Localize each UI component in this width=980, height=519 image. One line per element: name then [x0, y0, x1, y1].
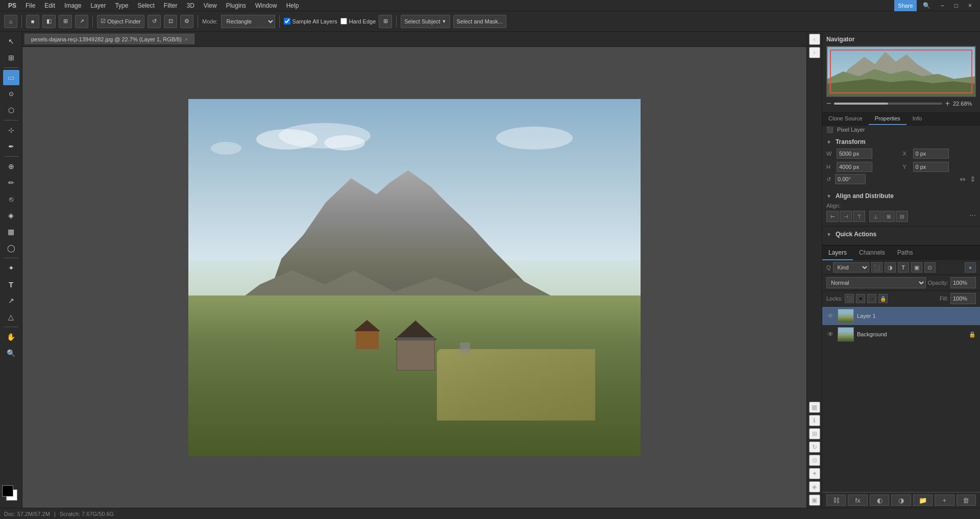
align-left-button[interactable]: ⊢	[826, 211, 839, 222]
document-tab[interactable]: pexels-dajana-reçi-13949282.jpg @ 22.7% …	[24, 34, 194, 44]
menu-3d[interactable]: 3D	[182, 1, 198, 10]
y-input[interactable]	[913, 162, 949, 172]
dodge-button[interactable]: ◯	[3, 240, 19, 256]
search-icon[interactable]: 🔍	[919, 1, 935, 10]
new-layer-button[interactable]: +	[935, 495, 954, 506]
healing-button[interactable]: ⊕	[3, 159, 19, 174]
menu-help[interactable]: Help	[282, 1, 303, 10]
transform-header[interactable]: ▼ Transform	[826, 138, 976, 145]
select-mask-button[interactable]: Select and Mask...	[453, 15, 507, 28]
flip-vertical-button[interactable]: ⇕	[970, 175, 976, 183]
clone-source-tab[interactable]: Clone Source	[822, 113, 869, 125]
info-button[interactable]: ℹ	[809, 415, 820, 426]
menu-view[interactable]: View	[200, 1, 221, 10]
layer-1-visibility[interactable]: 👁	[826, 312, 835, 319]
maximize-button[interactable]: □	[950, 1, 962, 10]
delete-layer-button[interactable]: 🗑	[957, 495, 976, 506]
foreground-color-swatch[interactable]	[2, 485, 13, 497]
new-doc-button[interactable]: ■	[26, 15, 39, 28]
lasso-tool-button[interactable]: ⊙	[3, 86, 19, 102]
adjust-button[interactable]: ✦	[809, 468, 820, 479]
menu-select[interactable]: Select	[133, 1, 158, 10]
warp-button[interactable]: ⊙	[809, 455, 820, 466]
menu-type[interactable]: Type	[111, 1, 132, 10]
menu-filter[interactable]: Filter	[160, 1, 182, 10]
sample-all-layers-checkbox[interactable]: Sample All Layers	[284, 18, 337, 24]
align-header[interactable]: ▼ Align and Distribute	[826, 192, 976, 200]
transform-mini-button[interactable]: ⊞	[809, 428, 820, 439]
opacity-input[interactable]	[950, 277, 976, 288]
fill-input[interactable]	[950, 293, 976, 304]
type-tool-button[interactable]: T	[3, 277, 19, 292]
menu-ps[interactable]: PS	[4, 1, 20, 10]
angle-input[interactable]	[835, 174, 866, 184]
background-layer-item[interactable]: 👁 Background 🔒	[822, 325, 980, 343]
share-button[interactable]: Share	[894, 0, 916, 12]
minimize-button[interactable]: −	[937, 1, 948, 10]
crop-tool-button[interactable]: ⊹	[3, 122, 19, 138]
blend-mode-select[interactable]: Normal Dissolve Multiply Screen Overlay	[826, 277, 926, 288]
quick-select-button[interactable]: ⬡	[3, 103, 19, 118]
canvas-image[interactable]	[188, 99, 641, 456]
lock-pixels-button[interactable]: ⬛	[845, 294, 854, 303]
settings-button[interactable]: ⚙	[180, 15, 193, 28]
eraser-button[interactable]: ◈	[3, 208, 19, 223]
menu-image[interactable]: Image	[60, 1, 85, 10]
filter-toggle-button[interactable]: ●	[965, 262, 976, 273]
zoom-slider[interactable]	[834, 103, 942, 105]
brush-button[interactable]: ✏	[3, 175, 19, 190]
layers-tab[interactable]: Layers	[822, 246, 853, 260]
mode-select[interactable]: Rectangle Ellipse Single Row Single Colu…	[221, 15, 275, 28]
menu-layer[interactable]: Layer	[86, 1, 110, 10]
collapse-left-button[interactable]: ‹	[809, 34, 820, 45]
lock-artboard-button[interactable]: →	[867, 294, 876, 303]
lock-all-button[interactable]: 🔒	[878, 294, 888, 303]
filter-smart-button[interactable]: ⊙	[924, 262, 936, 273]
align-center-h-button[interactable]: ⊣	[840, 211, 852, 222]
layer-mini-button[interactable]: ▣	[809, 495, 820, 506]
artboard-tool-button[interactable]: ⊞	[3, 50, 19, 65]
add-effect-button[interactable]: fx	[848, 495, 867, 506]
marquee-tool-button[interactable]: ▭	[3, 70, 19, 85]
layer-1-item[interactable]: 👁 Layer 1	[822, 307, 980, 325]
quick-actions-header[interactable]: ▼ Quick Actions	[826, 231, 976, 238]
shape-button[interactable]: △	[3, 309, 19, 325]
home-button[interactable]: ⌂	[4, 15, 17, 28]
align-bottom-button[interactable]: ⊟	[896, 211, 908, 222]
tab-close-button[interactable]: ×	[185, 37, 188, 42]
pen-tool-button[interactable]: ✦	[3, 260, 19, 276]
filter-type-button[interactable]: T	[898, 262, 909, 273]
flip-horizontal-button[interactable]: ⇔	[960, 175, 966, 183]
refresh-button[interactable]: ↺	[148, 15, 161, 28]
menu-window[interactable]: Window	[251, 1, 281, 10]
zoom-tool-button[interactable]: 🔍	[3, 345, 19, 361]
zoom-out-button[interactable]: −	[826, 99, 831, 108]
filter-adjust-button[interactable]: ◑	[885, 262, 896, 273]
align-top-button[interactable]: ⊥	[869, 211, 881, 222]
filter-shape-button[interactable]: ▣	[911, 262, 922, 273]
add-group-button[interactable]: 📁	[913, 495, 933, 506]
content-aware-button[interactable]: ◈	[809, 481, 820, 492]
align-center-v-button[interactable]: ⊞	[883, 211, 895, 222]
x-input[interactable]	[913, 149, 949, 159]
menu-edit[interactable]: Edit	[40, 1, 59, 10]
width-input[interactable]	[837, 149, 872, 159]
rotate-button[interactable]: ↻	[809, 441, 820, 453]
add-link-button[interactable]: ⛓	[826, 495, 846, 506]
close-button[interactable]: ×	[964, 1, 976, 10]
histogram-button[interactable]: ▦	[809, 402, 820, 413]
add-mask-button[interactable]: ◐	[870, 495, 889, 506]
collapse-right-button[interactable]: ›	[809, 47, 820, 58]
align-right-button[interactable]: ⊤	[853, 211, 865, 222]
export-button[interactable]: ↗	[75, 15, 88, 28]
filter-pixel-button[interactable]: ⬛	[871, 262, 883, 273]
align-more-button[interactable]: ···	[969, 211, 976, 222]
kind-filter-select[interactable]: Kind Name Effect Mode Attribute Color	[833, 262, 869, 273]
move-tool-button[interactable]: ↖	[3, 34, 19, 49]
menu-file[interactable]: File	[21, 1, 39, 10]
properties-tab[interactable]: Properties	[869, 113, 906, 125]
height-input[interactable]	[837, 162, 872, 172]
background-visibility[interactable]: 👁	[826, 331, 835, 338]
channels-tab[interactable]: Channels	[853, 246, 891, 260]
lock-position-button[interactable]: ✦	[856, 294, 865, 303]
